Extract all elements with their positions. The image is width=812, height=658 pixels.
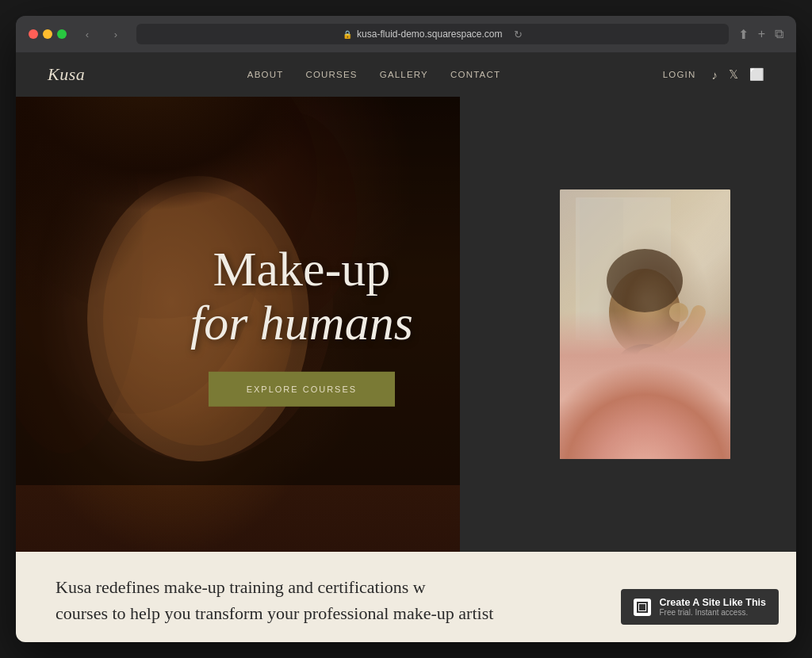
url-text: kusa-fluid-demo.squarespace.com	[357, 29, 502, 40]
svg-point-15	[617, 344, 672, 384]
site-logo[interactable]: Kusa	[48, 64, 85, 85]
hero-secondary-image	[560, 189, 730, 459]
website: Kusa ABOUT COURSES GALLERY CONTACT LOGIN…	[16, 52, 796, 642]
login-button[interactable]: LOGIN	[663, 70, 696, 79]
browser-chrome: ‹ › 🔒 kusa-fluid-demo.squarespace.com ↻ …	[16, 16, 796, 52]
twitter-icon[interactable]: 𝕏	[729, 67, 738, 82]
badge-main-text: Create A Site Like This	[659, 597, 766, 608]
tiktok-icon[interactable]: ♪	[712, 68, 718, 82]
nav-link-courses[interactable]: COURSES	[305, 70, 357, 79]
badge-sub-text: Free trial. Instant access.	[659, 608, 766, 617]
browser-nav: ‹ ›	[76, 26, 127, 42]
svg-rect-12	[592, 348, 699, 459]
hero-title-main: Make-up	[190, 242, 413, 296]
reload-button[interactable]: ↻	[514, 29, 523, 40]
svg-rect-18	[639, 604, 645, 610]
social-icons: ♪ 𝕏 ⬜	[712, 67, 765, 82]
back-button[interactable]: ‹	[76, 26, 98, 42]
badge-content: Create A Site Like This Free trial. Inst…	[659, 597, 766, 617]
forward-button[interactable]: ›	[105, 26, 127, 42]
traffic-lights	[29, 29, 67, 39]
hero-side	[460, 97, 796, 552]
svg-point-11	[573, 388, 716, 459]
below-fold-line1: Kusa redefines make-up training and cert…	[56, 577, 426, 597]
browser-window: ‹ › 🔒 kusa-fluid-demo.squarespace.com ↻ …	[16, 16, 796, 642]
nav-link-gallery[interactable]: GALLERY	[380, 70, 428, 79]
site-nav: Kusa ABOUT COURSES GALLERY CONTACT LOGIN…	[16, 52, 796, 97]
below-fold-line2: courses to help you transform your profe…	[56, 603, 493, 623]
hero-content: Make-up for humans EXPLORE COURSES	[190, 242, 413, 407]
hero-title-italic: for humans	[190, 296, 413, 350]
new-tab-button[interactable]: +	[758, 27, 765, 41]
explore-courses-button[interactable]: EXPLORE COURSES	[209, 372, 395, 407]
minimize-button[interactable]	[43, 29, 52, 39]
svg-point-14	[607, 249, 683, 312]
nav-links: ABOUT COURSES GALLERY CONTACT	[247, 70, 500, 79]
maximize-button[interactable]	[57, 29, 67, 39]
nav-link-about[interactable]: ABOUT	[247, 70, 284, 79]
svg-point-16	[669, 303, 688, 322]
share-button[interactable]: ⬆	[738, 27, 749, 42]
close-button[interactable]	[29, 29, 38, 39]
squarespace-logo	[634, 599, 651, 616]
instagram-icon[interactable]: ⬜	[749, 67, 764, 82]
address-bar[interactable]: 🔒 kusa-fluid-demo.squarespace.com ↻	[136, 24, 729, 44]
browser-actions: ⬆ + ⧉	[738, 27, 783, 42]
duplicate-button[interactable]: ⧉	[775, 27, 783, 41]
nav-link-contact[interactable]: CONTACT	[450, 70, 500, 79]
squarespace-badge[interactable]: Create A Site Like This Free trial. Inst…	[621, 589, 779, 625]
hero-section: Make-up for humans EXPLORE COURSES	[16, 97, 796, 552]
lock-icon: 🔒	[343, 30, 352, 39]
nav-right: LOGIN ♪ 𝕏 ⬜	[663, 67, 764, 82]
below-fold-text: Kusa redefines make-up training and cert…	[56, 574, 595, 626]
